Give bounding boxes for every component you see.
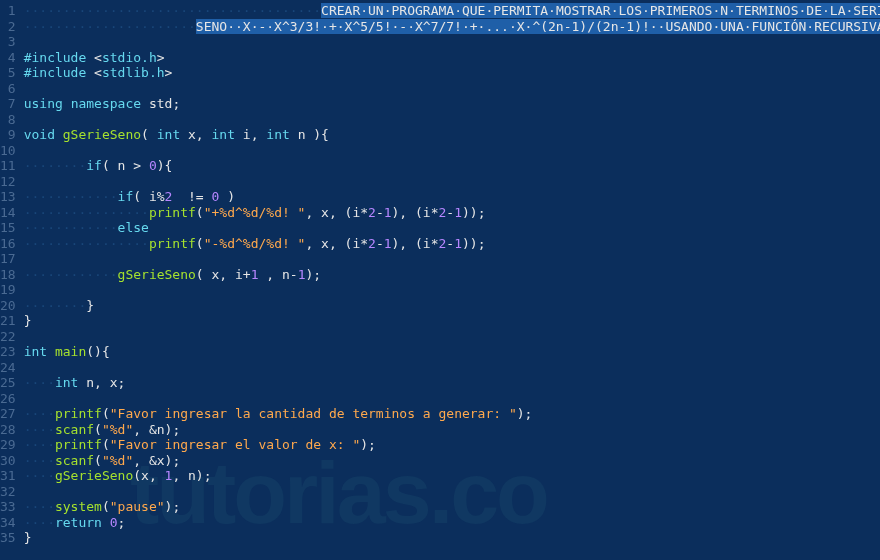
- code-line[interactable]: void gSerieSeno( int x, int i, int n ){: [24, 127, 880, 143]
- code-line[interactable]: ····printf("Favor ingresar la cantidad d…: [24, 406, 880, 422]
- line-number: 31: [0, 468, 16, 484]
- line-number: 29: [0, 437, 16, 453]
- line-number: 16: [0, 236, 16, 252]
- line-number: 15: [0, 220, 16, 236]
- code-line[interactable]: #include <stdio.h>: [24, 50, 880, 66]
- line-number: 17: [0, 251, 16, 267]
- line-number: 3: [0, 34, 16, 50]
- code-line[interactable]: ······································CR…: [24, 3, 880, 19]
- line-number: 7: [0, 96, 16, 112]
- code-line[interactable]: ················printf("-%d^%d/%d! ", x,…: [24, 236, 880, 252]
- line-number: 1: [0, 3, 16, 19]
- line-number: 22: [0, 329, 16, 345]
- code-line[interactable]: ········}: [24, 298, 880, 314]
- line-number: 19: [0, 282, 16, 298]
- code-line[interactable]: ····system("pause");: [24, 499, 880, 515]
- code-line[interactable]: [24, 251, 880, 267]
- code-line[interactable]: ····scanf("%d", &n);: [24, 422, 880, 438]
- line-number: 26: [0, 391, 16, 407]
- code-line[interactable]: ········if( n > 0){: [24, 158, 880, 174]
- line-number: 18: [0, 267, 16, 283]
- code-line[interactable]: ····scanf("%d", &x);: [24, 453, 880, 469]
- code-line[interactable]: [24, 360, 880, 376]
- code-line[interactable]: }: [24, 313, 880, 329]
- code-line[interactable]: [24, 34, 880, 50]
- code-line[interactable]: [24, 81, 880, 97]
- code-line[interactable]: ············if( i%2 != 0 ): [24, 189, 880, 205]
- code-line[interactable]: [24, 282, 880, 298]
- code-line[interactable]: [24, 329, 880, 345]
- line-number: 23: [0, 344, 16, 360]
- code-line[interactable]: ····return 0;: [24, 515, 880, 531]
- line-number: 5: [0, 65, 16, 81]
- line-number: 25: [0, 375, 16, 391]
- code-line[interactable]: [24, 484, 880, 500]
- line-number: 4: [0, 50, 16, 66]
- line-number: 27: [0, 406, 16, 422]
- line-number: 11: [0, 158, 16, 174]
- code-line[interactable]: }: [24, 530, 880, 546]
- code-line[interactable]: ············else: [24, 220, 880, 236]
- line-number: 30: [0, 453, 16, 469]
- code-line[interactable]: ····int n, x;: [24, 375, 880, 391]
- code-line[interactable]: int main(){: [24, 344, 880, 360]
- line-number: 13: [0, 189, 16, 205]
- code-line[interactable]: using namespace std;: [24, 96, 880, 112]
- code-line[interactable]: ················printf("+%d^%d/%d! ", x,…: [24, 205, 880, 221]
- line-number: 28: [0, 422, 16, 438]
- code-editor[interactable]: 1234567891011121314151617181920212223242…: [0, 0, 880, 560]
- line-number: 24: [0, 360, 16, 376]
- code-line[interactable]: [24, 112, 880, 128]
- selected-text: CREAR·UN·PROGRAMA·QUE·PERMITA·MOSTRAR·LO…: [321, 3, 880, 18]
- line-number: 33: [0, 499, 16, 515]
- line-number: 8: [0, 112, 16, 128]
- line-number: 34: [0, 515, 16, 531]
- code-line[interactable]: [24, 174, 880, 190]
- line-number: 12: [0, 174, 16, 190]
- line-number: 2: [0, 19, 16, 35]
- line-number: 10: [0, 143, 16, 159]
- line-number: 32: [0, 484, 16, 500]
- line-number: 20: [0, 298, 16, 314]
- line-number: 35: [0, 530, 16, 546]
- line-number: 14: [0, 205, 16, 221]
- code-line[interactable]: ······················SENO··X·-·X^3/3!·+…: [24, 19, 880, 35]
- line-number: 21: [0, 313, 16, 329]
- line-number-gutter: 1234567891011121314151617181920212223242…: [0, 0, 24, 560]
- selected-text: SENO··X·-·X^3/3!·+·X^5/5!·-·X^7/7!·+·...…: [196, 19, 880, 34]
- code-line[interactable]: [24, 143, 880, 159]
- code-line[interactable]: ····gSerieSeno(x, 1, n);: [24, 468, 880, 484]
- code-line[interactable]: #include <stdlib.h>: [24, 65, 880, 81]
- code-line[interactable]: [24, 391, 880, 407]
- code-area[interactable]: ······································CR…: [24, 0, 880, 560]
- code-line[interactable]: ············gSerieSeno( x, i+1 , n-1);: [24, 267, 880, 283]
- code-line[interactable]: ····printf("Favor ingresar el valor de x…: [24, 437, 880, 453]
- line-number: 9: [0, 127, 16, 143]
- line-number: 6: [0, 81, 16, 97]
